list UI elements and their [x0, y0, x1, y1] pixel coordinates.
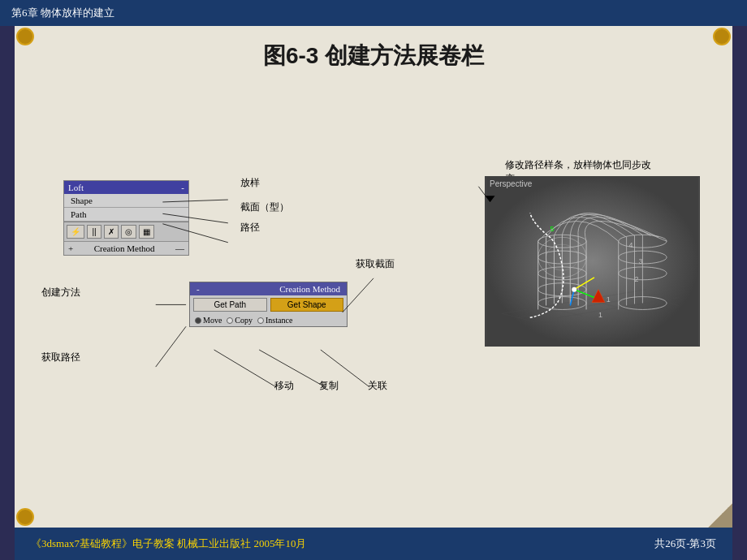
- annotation-shape: 截面（型）: [240, 200, 289, 214]
- toolbar-btn-4[interactable]: ◎: [121, 225, 136, 239]
- header-bar: 第6章 物体放样的建立: [0, 0, 747, 26]
- radio-move[interactable]: Move: [195, 316, 222, 325]
- loft-section: + Creation Method —: [64, 241, 188, 255]
- slide-title: 图6-3 创建方法展卷栏: [15, 41, 732, 71]
- toolbar-btn-3[interactable]: ✗: [104, 225, 119, 239]
- loft-shape-item: Shape: [64, 194, 188, 208]
- footer-bar: 《3dsmax7基础教程》电子教案 机械工业出版社 2005年10月 共26页-…: [15, 528, 732, 560]
- svg-text:2: 2: [635, 275, 639, 283]
- svg-line-47: [214, 350, 277, 387]
- creation-method-label: Creation Method: [94, 243, 155, 253]
- radio-move-circle: [195, 317, 201, 324]
- cm-title-label: Creation Method: [279, 284, 340, 294]
- radio-copy-circle: [227, 317, 233, 324]
- radio-instance[interactable]: Instance: [257, 316, 292, 325]
- toolbar-btn-5[interactable]: ▦: [139, 225, 154, 239]
- radio-move-label: Move: [203, 316, 222, 325]
- viewport-label: Perspective: [490, 179, 532, 188]
- footer-right-text: 共26页-第3页: [654, 536, 716, 551]
- annotation-creation-method: 创建方法: [41, 286, 80, 299]
- diagram-area: Loft - Shape Path ⚡ || ✗ ◎ ▦ +: [39, 87, 708, 519]
- annotation-path: 路径: [240, 221, 260, 235]
- loft-plus[interactable]: +: [68, 243, 73, 253]
- radio-copy-label: Copy: [235, 316, 253, 325]
- annotation-move: 移动: [274, 379, 294, 393]
- loft-shape-label: Shape: [71, 196, 93, 205]
- loft-path-label: Path: [71, 209, 87, 219]
- cm-radio-row: Move Copy Instance: [190, 314, 347, 326]
- loft-panel-title: Loft -: [64, 181, 188, 194]
- get-shape-button[interactable]: Get Shape: [270, 298, 344, 312]
- svg-rect-0: [486, 177, 698, 346]
- loft-minus[interactable]: -: [181, 183, 184, 192]
- annotation-loft: 放样: [240, 176, 260, 190]
- loft-panel: Loft - Shape Path ⚡ || ✗ ◎ ▦ +: [63, 180, 189, 256]
- footer-left-text: 《3dsmax7基础教程》电子教案 机械工业出版社 2005年10月: [31, 536, 306, 551]
- toolbar-btn-2[interactable]: ||: [87, 225, 101, 239]
- viewport-svg: 4 3 2 1 1 5: [486, 177, 699, 346]
- loft-path-item: Path: [64, 208, 188, 222]
- slide-content: 图6-3 创建方法展卷栏 Loft - Shape Path ⚡ || ✗: [15, 26, 732, 528]
- loft-label: Loft: [68, 183, 84, 192]
- radio-instance-circle: [257, 317, 264, 324]
- svg-text:1: 1: [607, 295, 611, 304]
- loft-toolbar: ⚡ || ✗ ◎ ▦: [64, 222, 188, 241]
- creation-method-panel: - Creation Method Get Path Get Shape Mov…: [189, 282, 348, 327]
- svg-text:4: 4: [629, 241, 633, 249]
- loft-section-dash: —: [175, 243, 184, 253]
- svg-point-33: [572, 287, 576, 292]
- radio-instance-label: Instance: [266, 316, 292, 325]
- svg-text:5: 5: [551, 225, 555, 233]
- main-container: 第6章 物体放样的建立 图6-3 创建方法展卷栏 Loft - Shape Pa…: [0, 0, 747, 560]
- annotation-copy: 复制: [319, 379, 339, 393]
- cm-button-row: Get Path Get Shape: [190, 295, 347, 314]
- svg-line-45: [156, 326, 186, 367]
- svg-text:1: 1: [598, 311, 602, 319]
- get-path-button[interactable]: Get Path: [193, 298, 267, 312]
- corner-decoration-bl: [16, 508, 34, 526]
- svg-text:3: 3: [638, 257, 642, 265]
- viewport-3d: Perspective: [485, 176, 700, 347]
- radio-copy[interactable]: Copy: [227, 316, 253, 325]
- annotation-get-shape: 获取截面: [356, 257, 395, 271]
- chapter-title: 第6章 物体放样的建立: [11, 6, 114, 20]
- toolbar-btn-1[interactable]: ⚡: [67, 225, 84, 239]
- cm-title-dash: -: [196, 284, 200, 294]
- annotation-get-path: 获取路径: [41, 351, 80, 364]
- creation-panel-title: - Creation Method: [190, 282, 347, 295]
- annotation-instance: 关联: [368, 379, 387, 393]
